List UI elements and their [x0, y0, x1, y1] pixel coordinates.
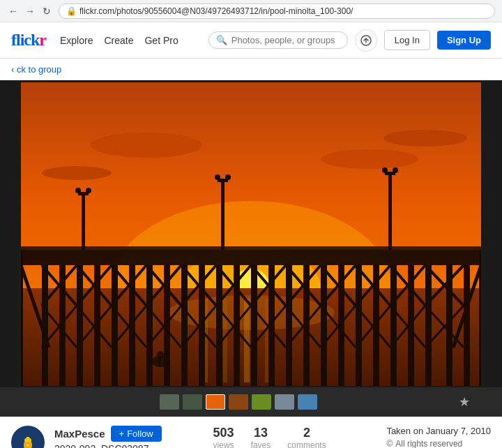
user-row: MaxPesce + Follow — [54, 426, 183, 442]
svg-point-97 — [215, 174, 220, 180]
faves-label: faves — [251, 440, 271, 448]
svg-point-104 — [157, 351, 164, 358]
svg-rect-40 — [425, 265, 432, 386]
thumb-6[interactable] — [275, 394, 294, 410]
flickr-logo[interactable]: flickr — [11, 31, 46, 50]
upload-icon[interactable] — [355, 29, 377, 52]
thumb-3[interactable] — [206, 394, 225, 410]
svg-rect-17 — [21, 246, 481, 250]
user-avatar[interactable] — [11, 426, 45, 448]
svg-point-94 — [86, 188, 91, 193]
photo-container — [0, 80, 502, 387]
views-stat: 503 views — [213, 426, 234, 448]
svg-rect-99 — [388, 173, 392, 250]
rights-text: All rights reserved — [395, 439, 462, 448]
photo-title: 2020-092_DSC03087 — [54, 443, 183, 448]
svg-point-7 — [42, 166, 112, 180]
svg-rect-38 — [390, 265, 397, 386]
copyright-icon: © — [386, 439, 393, 448]
header-right: 🔍 Log In Sign Up — [208, 29, 491, 52]
svg-point-8 — [383, 130, 467, 147]
comments-count: 2 — [287, 426, 326, 440]
svg-point-102 — [393, 167, 398, 173]
svg-rect-20 — [77, 265, 83, 386]
info-bar: PRO MaxPesce + Follow 2020-092_DSC03087 … — [0, 417, 502, 448]
header-nav: Explore Create Get Pro — [60, 35, 178, 46]
thumb-7[interactable] — [298, 394, 317, 410]
follow-button[interactable]: + Follow — [111, 426, 162, 442]
comments-label: comments — [287, 440, 326, 448]
nav-getpro[interactable]: Get Pro — [144, 35, 178, 46]
svg-rect-91 — [82, 194, 85, 250]
search-bar[interactable]: 🔍 — [208, 31, 348, 49]
svg-point-6 — [321, 149, 418, 169]
thumb-1[interactable] — [160, 394, 179, 410]
svg-rect-16 — [21, 250, 481, 265]
svg-point-98 — [225, 174, 231, 180]
follow-plus-icon: + — [119, 428, 125, 439]
svg-rect-105 — [158, 358, 160, 366]
back-button[interactable]: ← — [7, 5, 20, 17]
svg-rect-95 — [221, 180, 225, 250]
address-bar[interactable]: 🔒 flickr.com/photos/90556004@N03/4972649… — [59, 3, 495, 19]
svg-point-93 — [75, 188, 81, 193]
svg-rect-24 — [146, 265, 153, 386]
views-label: views — [213, 440, 234, 448]
search-input[interactable] — [231, 35, 340, 45]
svg-rect-22 — [112, 265, 118, 386]
follow-label: Follow — [127, 428, 153, 439]
url-text: flickr.com/photos/90556004@N03/497264937… — [79, 6, 353, 16]
search-icon: 🔍 — [216, 35, 227, 45]
svg-point-101 — [382, 167, 388, 173]
user-info: MaxPesce + Follow 2020-092_DSC03087 Pict… — [54, 426, 183, 448]
lock-icon: 🔒 — [66, 6, 77, 16]
signup-button[interactable]: Sign Up — [437, 31, 491, 50]
svg-rect-12 — [223, 299, 227, 382]
svg-point-5 — [91, 133, 202, 158]
browser-bar: ← → ↻ 🔒 flickr.com/photos/90556004@N03/4… — [0, 0, 502, 22]
views-count: 503 — [213, 426, 234, 440]
faves-stat: 13 faves — [251, 426, 271, 448]
svg-rect-26 — [181, 265, 188, 386]
faves-count: 13 — [251, 426, 271, 440]
nav-create[interactable]: Create — [104, 35, 133, 46]
rights-info: © All rights reserved — [386, 439, 491, 448]
svg-rect-32 — [286, 265, 292, 386]
avatar-image — [17, 431, 39, 448]
back-arrow: ‹ — [11, 64, 17, 75]
svg-rect-36 — [356, 265, 362, 386]
taken-date: Taken on January 7, 2010 — [386, 426, 491, 436]
svg-rect-42 — [464, 265, 470, 386]
username[interactable]: MaxPesce — [54, 428, 105, 440]
thumb-2[interactable] — [183, 394, 202, 410]
back-to-group[interactable]: ‹ ck to group — [0, 59, 502, 80]
forward-button[interactable]: → — [24, 5, 36, 17]
favorite-star-icon[interactable]: ★ — [459, 394, 470, 410]
photo-image — [21, 82, 481, 386]
login-button[interactable]: Log In — [384, 30, 430, 50]
svg-rect-113 — [26, 437, 29, 440]
stats-section: 503 views 13 faves 2 comments — [213, 426, 326, 448]
taken-info: Taken on January 7, 2010 © All rights re… — [386, 426, 491, 448]
svg-rect-28 — [216, 265, 222, 386]
flickr-header: flickr Explore Create Get Pro 🔍 Log In S… — [0, 22, 502, 59]
nav-explore[interactable]: Explore — [60, 35, 93, 46]
svg-rect-30 — [251, 265, 257, 386]
thumb-4[interactable] — [229, 394, 248, 410]
thumb-5[interactable] — [252, 394, 271, 410]
refresh-button[interactable]: ↻ — [40, 5, 53, 17]
svg-point-115 — [26, 444, 29, 447]
comments-stat: 2 comments — [287, 426, 326, 448]
svg-rect-34 — [321, 265, 327, 386]
browser-nav[interactable]: ← → ↻ — [7, 5, 53, 17]
thumbnail-strip: ★ — [0, 387, 502, 417]
